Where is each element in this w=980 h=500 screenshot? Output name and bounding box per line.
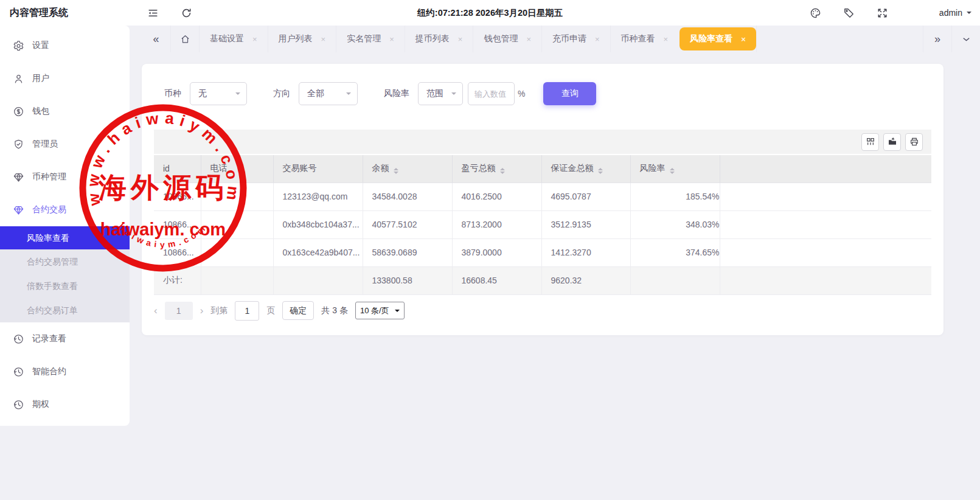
submenu-item-risk-rate-view[interactable]: 风险率查看	[0, 226, 130, 249]
sidebar-item-contract-trade[interactable]: 合约交易	[0, 193, 130, 226]
user-name: admin	[939, 8, 962, 18]
goto-suffix-label: 页	[266, 305, 275, 316]
sort-icon[interactable]	[670, 168, 675, 174]
column-header-account: 交易账号	[273, 155, 363, 182]
sidebar: 设置 用户 钱包 管理员 币种管理	[0, 26, 130, 426]
submenu-item-contract-trade-orders[interactable]: 合约交易订单	[0, 298, 130, 322]
dollar-coin-icon	[13, 106, 24, 117]
close-icon[interactable]: ×	[664, 35, 669, 43]
close-icon[interactable]: ×	[741, 35, 746, 43]
table-header-row: id 电话 交易账号 余额 盈亏总额 保证金总额 风险率	[154, 155, 931, 182]
column-header-profit[interactable]: 盈亏总额	[452, 155, 541, 182]
world-clock: 纽约:07:21:28 2026年3月20日星期五	[417, 0, 563, 26]
goto-page-input[interactable]	[235, 301, 259, 321]
double-chevron-right-icon[interactable]: »	[923, 26, 951, 52]
user-icon	[13, 73, 24, 85]
risk-rate-filter-label: 风险率	[384, 88, 409, 99]
user-menu[interactable]: admin	[939, 0, 971, 26]
columns-icon[interactable]	[861, 133, 879, 151]
sidebar-item-label: 设置	[32, 40, 49, 51]
sidebar-item-records-view[interactable]: 记录查看	[0, 322, 130, 355]
app-root: 内容管理系统 纽约:07:21:28 2026年3月20日星期五	[0, 0, 980, 500]
tag-icon[interactable]	[838, 0, 860, 26]
close-icon[interactable]: ×	[595, 35, 600, 43]
caret-down-icon	[967, 12, 971, 16]
export-icon[interactable]	[883, 133, 901, 151]
page-size-select[interactable]: 10 条/页	[355, 302, 405, 319]
palette-icon[interactable]	[804, 0, 826, 26]
tab-item[interactable]: 基础设置×	[199, 26, 268, 52]
tab-item[interactable]: 钱包管理×	[473, 26, 541, 52]
submenu-item-multiple-lots-view[interactable]: 倍数手数查看	[0, 274, 130, 298]
total-count-label: 共 3 条	[321, 305, 348, 316]
cell-risk: 348.03%	[630, 210, 720, 238]
cell-margin: 4695.0787	[541, 182, 630, 210]
subtotal-profit: 16608.45	[452, 266, 541, 294]
chevron-down-icon[interactable]	[951, 26, 980, 52]
submenu-item-contract-trade-manage[interactable]: 合约交易管理	[0, 249, 130, 274]
table-section: id 电话 交易账号 余额 盈亏总额 保证金总额 风险率 10866...	[154, 130, 931, 295]
sidebar-item-options[interactable]: 期权	[0, 388, 130, 421]
close-icon[interactable]: ×	[321, 35, 326, 43]
confirm-button[interactable]: 确定	[282, 301, 314, 320]
tab-item[interactable]: 实名管理×	[336, 26, 405, 52]
column-header-filler	[720, 155, 931, 182]
chevron-left-icon[interactable]: ‹	[154, 305, 158, 316]
risk-value-input[interactable]	[468, 82, 515, 105]
close-icon[interactable]: ×	[526, 35, 531, 43]
cell-margin: 3512.9135	[541, 210, 630, 238]
refresh-icon[interactable]	[175, 0, 197, 26]
sidebar-item-coin-manage[interactable]: 币种管理	[0, 161, 130, 193]
column-header-risk[interactable]: 风险率	[630, 155, 720, 182]
cell-account: 123123@qq.com	[273, 182, 363, 210]
coin-filter-label: 币种	[164, 88, 181, 99]
close-icon[interactable]: ×	[252, 35, 257, 43]
sidebar-item-users[interactable]: 用户	[0, 62, 130, 95]
cell-balance: 34584.0028	[363, 182, 452, 210]
percent-suffix: %	[518, 89, 525, 99]
sidebar-item-label: 钱包	[32, 106, 49, 117]
sidebar-item-smart-contract[interactable]: 智能合约	[0, 355, 130, 388]
subtotal-balance: 133800.58	[363, 266, 452, 294]
table-toolbar	[154, 130, 931, 154]
sidebar-item-wallet[interactable]: 钱包	[0, 95, 130, 128]
search-button[interactable]: 查询	[543, 82, 596, 105]
column-header-margin[interactable]: 保证金总额	[541, 155, 630, 182]
subtotal-margin: 9620.32	[541, 266, 630, 294]
home-icon[interactable]	[170, 26, 199, 52]
cell-account: 0x163ce42a9b407...	[273, 238, 363, 266]
sort-icon[interactable]	[598, 168, 603, 174]
sort-icon[interactable]	[500, 168, 505, 174]
top-header: 内容管理系统 纽约:07:21:28 2026年3月20日星期五	[0, 0, 980, 26]
chevron-right-icon[interactable]: ›	[200, 305, 204, 316]
table-row[interactable]: 10866... 123123@qq.com 34584.0028 4016.2…	[154, 182, 931, 210]
sort-icon[interactable]	[394, 168, 398, 174]
tab-item[interactable]: 充币申请×	[541, 26, 610, 52]
print-icon[interactable]	[905, 133, 923, 151]
tab-item[interactable]: 币种查看×	[610, 26, 679, 52]
contract-trade-submenu: 风险率查看 合约交易管理 倍数手数查看 合约交易订单	[0, 226, 130, 322]
column-header-id: id	[154, 155, 201, 182]
current-page-button[interactable]: 1	[165, 302, 193, 320]
close-icon[interactable]: ×	[458, 35, 463, 43]
filter-bar: 币种 无 方向 全部 风险率 范围 % 查询	[164, 82, 944, 105]
risk-range-select[interactable]: 范围	[418, 82, 463, 105]
tab-item[interactable]: 用户列表×	[268, 26, 336, 52]
table-row[interactable]: 10866... 0x163ce42a9b407... 58639.0689 3…	[154, 238, 931, 266]
gear-icon	[13, 40, 24, 52]
cell-balance: 58639.0689	[363, 238, 452, 266]
close-icon[interactable]: ×	[389, 35, 394, 43]
caret-down-icon	[451, 92, 456, 97]
coin-select[interactable]: 无	[190, 82, 247, 105]
pagination-bar: ‹ 1 › 到第 页 确定 共 3 条 10 条/页	[154, 300, 931, 322]
direction-select[interactable]: 全部	[299, 82, 358, 105]
sidebar-item-settings[interactable]: 设置	[0, 29, 130, 62]
sidebar-item-admins[interactable]: 管理员	[0, 128, 130, 161]
column-header-balance[interactable]: 余额	[363, 155, 452, 182]
tab-item-risk-rate-view[interactable]: 风险率查看×	[679, 27, 756, 50]
menu-fold-icon[interactable]	[142, 0, 164, 26]
fullscreen-icon[interactable]	[871, 0, 893, 26]
tab-item[interactable]: 提币列表×	[405, 26, 473, 52]
table-row[interactable]: 10866... 0xb348cbc104a37... 40577.5102 8…	[154, 210, 931, 238]
double-chevron-left-icon[interactable]: «	[142, 26, 170, 52]
